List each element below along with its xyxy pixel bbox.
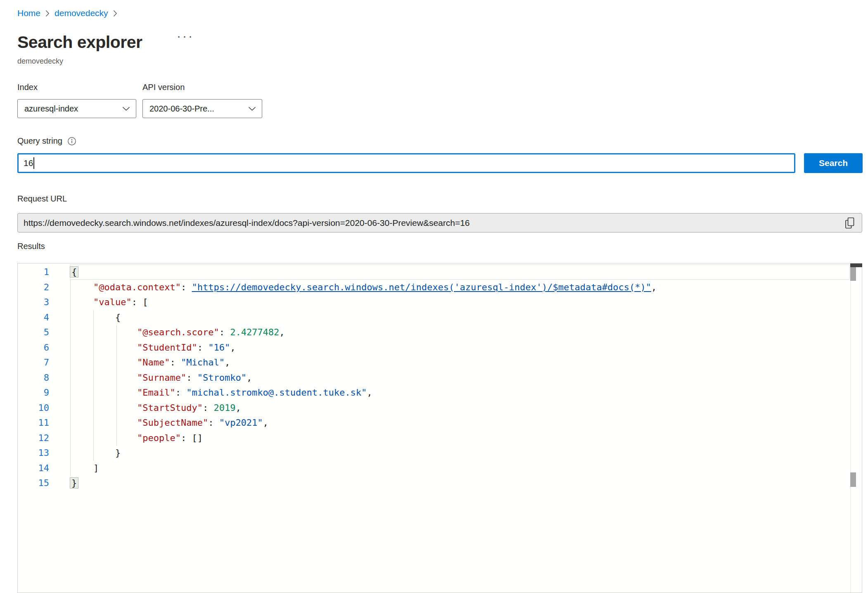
line-number: 11 xyxy=(18,415,70,431)
code-line: "Email": "michal.stromko@.student.tuke.s… xyxy=(70,385,849,401)
indent-guide xyxy=(93,385,94,401)
line-number: 13 xyxy=(18,446,70,461)
indent-guide xyxy=(70,325,71,340)
code-line: ] xyxy=(70,461,849,476)
scrollbar-track xyxy=(850,263,851,593)
request-url-label: Request URL xyxy=(17,194,67,204)
copy-button[interactable] xyxy=(842,215,858,231)
chevron-right-icon xyxy=(113,10,117,17)
results-editor[interactable]: 123456789101112131415 { "@odata.context"… xyxy=(17,263,862,593)
api-version-dropdown-value: 2020-06-30-Pre... xyxy=(149,104,214,114)
chevron-down-icon xyxy=(122,107,130,111)
indent-guide xyxy=(116,325,117,340)
indent-guide xyxy=(93,340,94,356)
line-number: 7 xyxy=(18,355,70,370)
indent-guide xyxy=(70,280,71,295)
api-version-label: API version xyxy=(142,83,185,92)
line-number: 6 xyxy=(18,340,70,356)
indent-guide xyxy=(70,370,71,386)
chevron-right-icon xyxy=(45,10,50,17)
code-line: "@search.score": 2.4277482, xyxy=(70,325,849,340)
indent-guide xyxy=(70,340,71,356)
indent-guide xyxy=(93,446,94,461)
line-number: 15 xyxy=(18,476,70,491)
line-number: 9 xyxy=(18,385,70,401)
line-number: 14 xyxy=(18,461,70,476)
indent-guide xyxy=(116,370,117,386)
code-line: } xyxy=(70,446,849,461)
line-number: 12 xyxy=(18,431,70,446)
indent-guide xyxy=(70,415,71,431)
breadcrumb: Home demovedecky xyxy=(17,8,117,18)
chevron-down-icon xyxy=(248,107,256,111)
page-title: Search explorer xyxy=(17,33,142,52)
line-number: 2 xyxy=(18,280,70,295)
indent-guide xyxy=(70,385,71,401)
text-cursor xyxy=(33,157,34,169)
line-number: 3 xyxy=(18,295,70,310)
indent-guide xyxy=(116,385,117,401)
query-string-input[interactable] xyxy=(17,153,795,173)
api-version-dropdown[interactable]: 2020-06-30-Pre... xyxy=(142,99,262,118)
code-line: "StartStudy": 2019, xyxy=(70,401,849,416)
indent-guide xyxy=(70,295,71,310)
index-dropdown[interactable]: azuresql-index xyxy=(17,99,136,118)
code-line: "StudentId": "16", xyxy=(70,340,849,356)
line-number: 4 xyxy=(18,310,70,325)
indent-guide xyxy=(70,446,71,461)
results-label: Results xyxy=(17,242,45,251)
indent-guide xyxy=(93,415,94,431)
index-dropdown-value: azuresql-index xyxy=(24,104,78,114)
breadcrumb-link-demovedecky[interactable]: demovedecky xyxy=(55,8,108,18)
indent-guide xyxy=(93,355,94,370)
indent-guide xyxy=(116,355,117,370)
indent-guide xyxy=(70,355,71,370)
indent-guide xyxy=(70,431,71,446)
results-editor-lines: { "@odata.context": "https://demovedecky… xyxy=(70,265,849,491)
index-label: Index xyxy=(17,83,38,92)
indent-guide xyxy=(70,401,71,416)
indent-guide xyxy=(70,310,71,325)
page-subtitle: demovedecky xyxy=(17,57,63,66)
code-line: "Surname": "Stromko", xyxy=(70,370,849,386)
indent-guide xyxy=(116,340,117,356)
more-options-button[interactable]: ··· xyxy=(177,30,194,42)
code-line: "@odata.context": "https://demovedecky.s… xyxy=(70,280,849,295)
line-number: 10 xyxy=(18,401,70,416)
request-url-field[interactable]: https://demovedecky.search.windows.net/i… xyxy=(17,213,862,232)
indent-guide xyxy=(70,461,71,476)
line-number: 1 xyxy=(18,265,70,280)
indent-guide xyxy=(93,431,94,446)
search-button[interactable]: Search xyxy=(804,153,863,173)
indent-guide xyxy=(116,415,117,431)
code-line: "value": [ xyxy=(70,295,849,310)
code-line: "Name": "Michal", xyxy=(70,355,849,370)
indent-guide xyxy=(93,370,94,386)
indent-guide xyxy=(116,401,117,416)
indent-guide xyxy=(93,401,94,416)
breadcrumb-link-home[interactable]: Home xyxy=(17,8,40,18)
query-string-label: Query string xyxy=(17,136,62,146)
code-line: { xyxy=(70,310,849,325)
indent-guide xyxy=(93,325,94,340)
overview-ruler-cursor-marker xyxy=(850,263,862,267)
indent-guide xyxy=(116,431,117,446)
line-number: 8 xyxy=(18,370,70,386)
scrollbar-thumb[interactable] xyxy=(850,267,856,281)
results-editor-gutter: 123456789101112131415 xyxy=(18,265,70,491)
request-url-value: https://demovedecky.search.windows.net/i… xyxy=(24,218,842,228)
indent-guide xyxy=(93,310,94,325)
info-icon[interactable] xyxy=(67,137,76,146)
code-line: "SubjectName": "vp2021", xyxy=(70,415,849,431)
copy-icon xyxy=(844,217,855,229)
line-number: 5 xyxy=(18,325,70,340)
code-line: } xyxy=(70,476,849,491)
overview-ruler-bracket-marker xyxy=(850,472,856,487)
code-line: "people": [] xyxy=(70,431,849,446)
code-line: { xyxy=(70,265,849,280)
